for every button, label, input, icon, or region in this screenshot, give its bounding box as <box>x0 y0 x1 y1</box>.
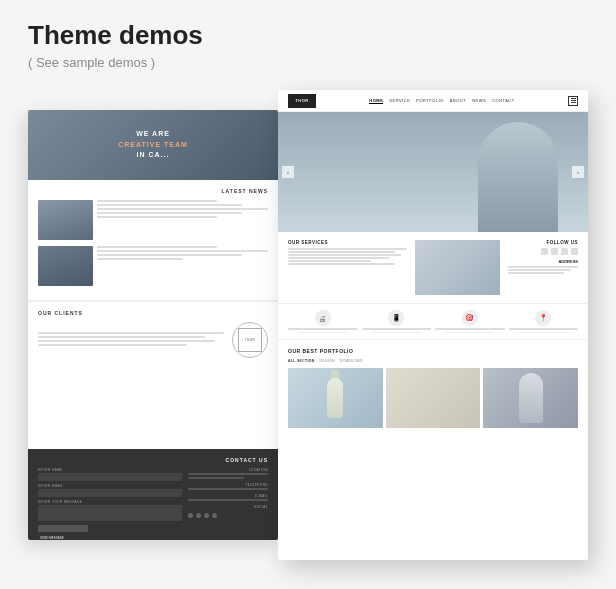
news-line <box>97 250 268 252</box>
service-text-block: OUR SERVICES <box>288 240 407 295</box>
service-line <box>288 251 395 253</box>
menu-icon[interactable] <box>568 96 578 106</box>
telephone-block: TELEPHONE <box>188 483 268 490</box>
bar-1 <box>571 98 576 99</box>
social-in <box>212 513 217 518</box>
news-line <box>97 208 268 210</box>
email-line <box>188 499 268 501</box>
feature-4: 📍 <box>509 310 579 333</box>
news-grid-2 <box>38 246 268 286</box>
badge-text: THOR <box>245 338 256 342</box>
message-label: Enter Your Message <box>38 500 182 504</box>
back-clients: OUR CLIENTS THOR <box>28 301 278 366</box>
feature-label-1 <box>288 328 358 330</box>
send-button[interactable]: SEND MESSAGE <box>38 525 88 532</box>
feature-icon-2: 📱 <box>388 310 404 326</box>
page-subtitle: ( See sample demos ) <box>28 55 588 70</box>
email-input <box>38 489 182 497</box>
feature-sub-3 <box>445 332 494 334</box>
nav-home[interactable]: HOME <box>369 98 383 104</box>
address-line <box>508 266 578 268</box>
nav-portfolio[interactable]: PORTFOLIO <box>416 98 444 104</box>
social-label: SOCIAL <box>188 505 268 509</box>
follow-tw[interactable] <box>551 248 558 255</box>
client-line <box>38 340 215 342</box>
back-hero: WE ARE CREATIVE TEAM IN CA... <box>28 110 278 180</box>
bar-3 <box>571 102 576 103</box>
news-line <box>97 200 217 202</box>
contact-right: LOCATION TELEPHONE E-MAIL SOCIAL <box>188 468 268 532</box>
portfolio-item-2[interactable] <box>386 368 481 428</box>
follow-gp[interactable] <box>571 248 578 255</box>
tel-line <box>188 488 268 490</box>
bar-2 <box>571 100 576 101</box>
feature-icon-4: 📍 <box>535 310 551 326</box>
portfolio-title: OUR BEST PORTFOLIO <box>288 348 578 354</box>
follow-in[interactable] <box>561 248 568 255</box>
feature-sub-2 <box>372 332 421 334</box>
feature-icon-3: 🎯 <box>462 310 478 326</box>
location-line <box>188 477 244 479</box>
bottle-shape <box>327 378 343 418</box>
follow-block: FOLLOW US ADDRESS <box>508 240 578 295</box>
client-line <box>38 336 205 338</box>
feature-1: 🖨 <box>288 310 358 333</box>
nav-news[interactable]: NEWS <box>472 98 486 104</box>
badge-inner: THOR <box>238 328 262 352</box>
front-services: OUR SERVICES FOLLOW US <box>278 232 588 304</box>
name-input <box>38 473 182 481</box>
portfolio-item-1[interactable] <box>288 368 383 428</box>
news-img-1 <box>38 200 93 240</box>
portfolio-item-3[interactable] <box>483 368 578 428</box>
client-line <box>38 344 187 346</box>
feature-2: 📱 <box>362 310 432 333</box>
news-grid <box>38 200 268 240</box>
nav-about[interactable]: ABOUT <box>450 98 466 104</box>
follow-title: FOLLOW US <box>508 240 578 245</box>
service-line <box>288 248 407 250</box>
news-text-2 <box>97 246 268 286</box>
filter-design[interactable]: DESIGN <box>320 359 335 363</box>
clients-title: OUR CLIENTS <box>38 310 268 316</box>
social-icons <box>188 513 268 518</box>
news-line <box>97 258 183 260</box>
front-page: THOR HOME SERVICE PORTFOLIO ABOUT NEWS C… <box>278 90 588 560</box>
service-line <box>288 260 371 262</box>
location-label: LOCATION <box>188 468 268 472</box>
filter-all[interactable]: ALL SECTION <box>288 359 315 363</box>
feature-3: 🎯 <box>435 310 505 333</box>
logo-text: THOR <box>295 98 308 103</box>
contact-left: Enter Name Enter Email Enter Your Messag… <box>38 468 182 532</box>
hero-figure <box>478 122 558 232</box>
person-silhouette <box>519 373 543 423</box>
back-hero-text: WE ARE CREATIVE TEAM IN CA... <box>118 129 188 161</box>
name-label: Enter Name <box>38 468 182 472</box>
nav-links: HOME SERVICE PORTFOLIO ABOUT NEWS CONTAC… <box>369 98 514 104</box>
feature-label-2 <box>362 328 432 330</box>
news-img-2 <box>38 246 93 286</box>
contact-grid: Enter Name Enter Email Enter Your Messag… <box>38 468 268 532</box>
hamburger <box>571 98 576 103</box>
clients-content: THOR <box>38 322 268 358</box>
nav-service[interactable]: SERVICE <box>389 98 410 104</box>
service-title: OUR SERVICES <box>288 240 407 245</box>
front-portfolio: OUR BEST PORTFOLIO ALL SECTION DESIGN DO… <box>278 340 588 436</box>
page-title: Theme demos <box>28 20 588 51</box>
follow-fb[interactable] <box>541 248 548 255</box>
feature-icon-1: 🖨 <box>315 310 331 326</box>
feature-label-4 <box>509 328 579 330</box>
news-line <box>97 204 242 206</box>
news-line <box>97 212 242 214</box>
service-line <box>288 263 395 265</box>
hero-next-arrow[interactable]: › <box>572 166 584 178</box>
portfolio-grid <box>288 368 578 428</box>
filter-download[interactable]: DOWNLOAD <box>340 359 363 363</box>
email-block: E-MAIL <box>188 494 268 501</box>
message-input <box>38 505 182 521</box>
feature-label-3 <box>435 328 505 330</box>
front-features: 🖨 📱 🎯 📍 <box>278 304 588 340</box>
feature-sub-4 <box>519 332 568 334</box>
nav-contact[interactable]: CONTACT <box>492 98 515 104</box>
client-line <box>38 332 224 334</box>
hero-prev-arrow[interactable]: ‹ <box>282 166 294 178</box>
